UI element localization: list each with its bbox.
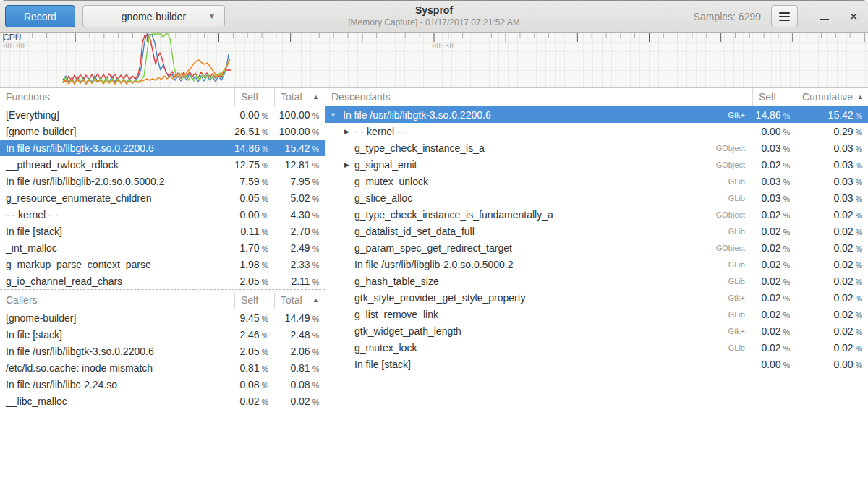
table-row[interactable]: [gnome-builder]26.51%100.00%	[0, 123, 325, 140]
window-title-block: Sysprof [Memory Capture] - 01/17/2017 07…	[348, 4, 519, 28]
table-row[interactable]: - - kernel - -0.00%4.30%	[0, 206, 325, 223]
descendants-table-header: Descendants Self Cumulative▲	[326, 88, 868, 106]
function-name: In file /usr/lib/libc-2.24.so	[0, 379, 234, 390]
header-bar: Record gnome-builder ▼ Sysprof [Memory C…	[0, 0, 868, 33]
function-name: g_markup_parse_context_parse	[0, 259, 234, 270]
library-badge: GLib	[728, 310, 752, 319]
tree-row[interactable]: g_mutex_lockGLib0.02%0.02%	[326, 339, 868, 356]
tree-row[interactable]: g_mutex_unlockGLib0.03%0.03%	[326, 173, 868, 189]
percent-value: 1.70%	[234, 242, 274, 254]
percent-value: 0.81%	[274, 362, 325, 374]
percent-value: 0.02%	[752, 275, 796, 287]
menu-button[interactable]	[771, 5, 798, 27]
callers-column-header[interactable]: Callers	[0, 294, 234, 306]
cpu-graph-area[interactable]: CPU 00:00 00:30	[0, 33, 868, 88]
percent-value: 0.00%	[752, 359, 796, 370]
table-row[interactable]: g_io_channel_read_chars2.05%2.11%	[0, 273, 325, 289]
function-name: In file /usr/lib/libgtk-3.so.0.2200.6	[0, 142, 234, 154]
function-name: g_type_check_instance_is_a	[354, 142, 485, 154]
table-row[interactable]: In file /usr/lib/libgtk-3.so.0.2200.614.…	[0, 140, 325, 156]
descendants-cumulative-column-header[interactable]: Cumulative▲	[796, 88, 868, 106]
tree-row[interactable]: g_type_check_instance_is_aGObject0.03%0.…	[326, 140, 868, 156]
tree-row[interactable]: g_hash_table_sizeGLib0.02%0.02%	[326, 273, 868, 289]
process-selector-dropdown[interactable]: gnome-builder ▼	[82, 5, 225, 27]
record-button[interactable]: Record	[5, 5, 75, 27]
process-selector-label: gnome-builder	[122, 11, 187, 22]
function-name: g_io_channel_read_chars	[0, 275, 234, 287]
table-row[interactable]: __pthread_rwlock_rdlock12.75%12.81%	[0, 156, 325, 173]
percent-value: 2.46%	[234, 329, 274, 341]
percent-value: 0.02%	[752, 342, 796, 354]
descendants-column-header[interactable]: Descendants	[326, 91, 752, 103]
percent-value: 14.86%	[752, 109, 796, 121]
expander-closed-icon[interactable]: ▶	[344, 128, 354, 135]
function-name: g_hash_table_size	[354, 275, 439, 287]
tree-row[interactable]: g_datalist_id_set_data_fullGLib0.02%0.02…	[326, 223, 868, 239]
descendants-self-column-header[interactable]: Self	[752, 88, 796, 106]
tree-row[interactable]: In file /usr/lib/libglib-2.0.so.0.5000.2…	[326, 256, 868, 273]
tree-row[interactable]: ▶g_signal_emitGObject0.02%0.03%	[326, 156, 868, 173]
tree-row[interactable]: g_param_spec_get_redirect_targetGObject0…	[326, 239, 868, 256]
minimize-button[interactable]	[810, 1, 839, 32]
functions-column-header[interactable]: Functions	[0, 91, 234, 103]
table-row[interactable]: __libc_malloc0.02%0.02%	[0, 393, 325, 409]
function-name: - - kernel - -	[0, 209, 234, 221]
library-badge: GLib	[728, 343, 752, 352]
table-row[interactable]: [gnome-builder]9.45%14.49%	[0, 309, 325, 326]
functions-total-column-header[interactable]: Total▲	[274, 88, 325, 106]
percent-value: 0.02%	[752, 159, 796, 171]
table-row[interactable]: [Everything]0.00%100.00%	[0, 106, 325, 123]
percent-value: 0.00%	[752, 126, 796, 137]
table-row[interactable]: g_markup_parse_context_parse1.98%2.33%	[0, 256, 325, 273]
tree-row[interactable]: g_list_remove_linkGLib0.02%0.02%	[326, 306, 868, 322]
function-name: _int_malloc	[0, 242, 234, 254]
chevron-down-icon: ▼	[208, 12, 216, 20]
table-row[interactable]: In file /usr/lib/libglib-2.0.so.0.5000.2…	[0, 173, 325, 189]
tree-row[interactable]: g_slice_allocGLib0.03%0.03%	[326, 189, 868, 206]
percent-value: 0.00%	[796, 359, 868, 370]
table-row[interactable]: /etc/ld.so.cache: inode mismatch0.81%0.8…	[0, 359, 325, 376]
function-name: g_slice_alloc	[354, 192, 412, 204]
right-pane: Descendants Self Cumulative▲ ▼In file /u…	[326, 88, 868, 488]
table-row[interactable]: _int_malloc1.70%2.49%	[0, 239, 325, 256]
percent-value: 26.51%	[234, 126, 274, 137]
table-row[interactable]: g_resource_enumerate_children0.05%5.02%	[0, 189, 325, 206]
tree-row[interactable]: In file [stack]0.00%0.00%	[326, 356, 868, 372]
percent-value: 0.02%	[796, 275, 868, 287]
table-row[interactable]: In file [stack]0.11%2.70%	[0, 223, 325, 239]
function-name: In file [stack]	[0, 329, 234, 341]
percent-value: 0.00%	[234, 209, 274, 221]
tree-row[interactable]: ▼In file /usr/lib/libgtk-3.so.0.2200.6Gt…	[326, 106, 868, 123]
tree-row[interactable]: ▶- - kernel - -0.00%0.29%	[326, 123, 868, 140]
percent-value: 0.02%	[796, 209, 868, 221]
cpu-graph-label: CPU	[3, 33, 21, 43]
percent-value: 2.05%	[234, 275, 274, 287]
library-badge: GLib	[728, 227, 752, 236]
menu-icon	[779, 12, 790, 14]
expander-closed-icon[interactable]: ▶	[344, 161, 354, 168]
expander-open-icon[interactable]: ▼	[330, 111, 343, 119]
percent-value: 1.98%	[234, 259, 274, 270]
tree-row[interactable]: g_type_check_instance_is_fundamentally_a…	[326, 206, 868, 223]
descendants-table: ▼In file /usr/lib/libgtk-3.so.0.2200.6Gt…	[326, 106, 868, 372]
function-name: In file /usr/lib/libglib-2.0.so.0.5000.2	[354, 259, 513, 270]
function-name: - - kernel - -	[354, 126, 407, 137]
percent-value: 0.02%	[752, 209, 796, 221]
tree-row[interactable]: gtk_widget_path_lengthGtk+0.02%0.02%	[326, 322, 868, 339]
tree-row[interactable]: gtk_style_provider_get_style_propertyGtk…	[326, 289, 868, 306]
callers-self-column-header[interactable]: Self	[234, 291, 274, 309]
table-row[interactable]: In file /usr/lib/libc-2.24.so0.08%0.08%	[0, 376, 325, 393]
percent-value: 0.02%	[752, 226, 796, 237]
percent-value: 0.02%	[234, 395, 274, 407]
close-button[interactable]: ×	[839, 1, 868, 32]
close-icon: ×	[849, 9, 857, 23]
library-badge: GLib	[728, 194, 752, 202]
table-row[interactable]: In file /usr/lib/libgtk-3.so.0.2200.62.0…	[0, 343, 325, 359]
callers-total-column-header[interactable]: Total▲	[274, 291, 325, 309]
library-badge: GLib	[728, 177, 752, 186]
percent-value: 0.02%	[796, 342, 868, 354]
table-row[interactable]: In file [stack]2.46%2.48%	[0, 326, 325, 343]
functions-self-column-header[interactable]: Self	[234, 88, 274, 106]
percent-value: 2.49%	[274, 242, 325, 254]
function-name: g_signal_emit	[354, 159, 417, 171]
